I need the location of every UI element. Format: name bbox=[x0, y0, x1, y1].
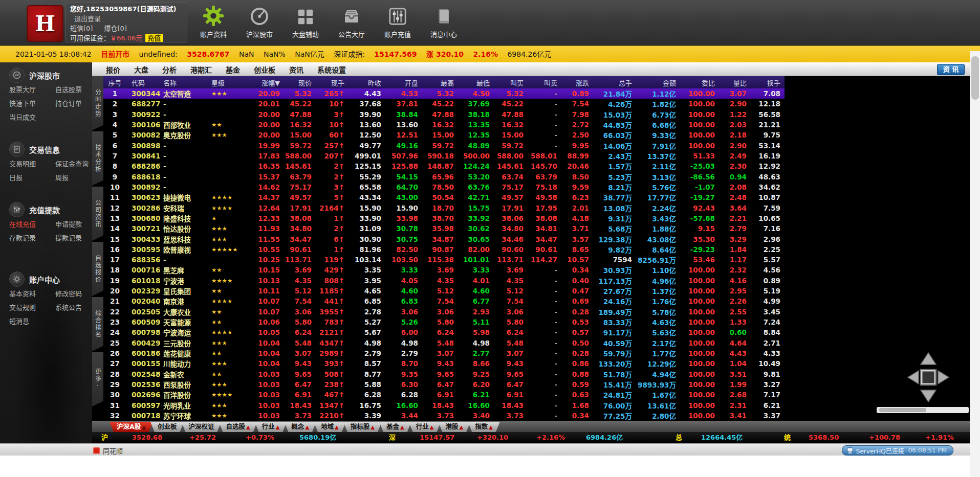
table-row[interactable]: 24600798宁波海运★★★★10.056.242121↑5.676.006.… bbox=[103, 327, 785, 337]
table-row[interactable]: 5300082奥克股份★★★20.0015.0060↑12.5012.5115.… bbox=[103, 130, 785, 140]
table-row[interactable]: 19601018宁波港★★★★10.134.35808↑3.954.054.35… bbox=[103, 276, 785, 286]
sidebar-item-自选股票[interactable]: 自选股票 bbox=[46, 83, 92, 97]
menu-item-大盘[interactable]: 大盘 bbox=[134, 64, 148, 75]
table-row[interactable]: 21002040南京港★★★★10.077.54441↑6.856.837.54… bbox=[103, 296, 785, 306]
column-header-现价[interactable]: 现价 bbox=[284, 78, 316, 87]
table-row[interactable]: 29002536西泵股份★★★10.036.47238↑5.886.306.47… bbox=[103, 379, 785, 390]
market-button[interactable]: 沪深股市 bbox=[236, 4, 282, 39]
sidebar-item-基本资料[interactable]: 基本资料 bbox=[0, 287, 46, 301]
table-row[interactable]: 2688277-20.0145.2210↑37.6837.8145.2237.6… bbox=[103, 99, 785, 109]
announcement-button[interactable]: 公告大厅 bbox=[329, 4, 375, 39]
sms-counter[interactable]: 短信[0] bbox=[70, 25, 93, 32]
sidebar-item-交易规则[interactable]: 交易规则 bbox=[0, 301, 46, 314]
bottom-tab-港股[interactable]: 港股▲ bbox=[438, 422, 470, 432]
bottom-tab-行业[interactable]: 行业▲ bbox=[409, 422, 441, 432]
table-row[interactable]: 9688618-15.3763.792↑55.2954.1565.9653.20… bbox=[103, 172, 785, 182]
bottom-tab-沪深权证[interactable]: 沪深权证 bbox=[181, 422, 221, 432]
vertical-tab-公司资讯[interactable]: 公司资讯 bbox=[92, 187, 103, 241]
sidebar-item-短消息[interactable]: 短消息 bbox=[0, 314, 46, 328]
table-row[interactable]: 16300595欧普康视★★★★★10.5590.611↑81.9682.509… bbox=[103, 244, 785, 255]
market-assist-button[interactable]: 大盘辅助 bbox=[282, 4, 329, 39]
sidebar-item-交易明细[interactable]: 交易明细 bbox=[0, 157, 46, 171]
column-header-量比[interactable]: 量比 bbox=[719, 78, 751, 87]
table-row[interactable]: 30002696百洋股份★★★★10.036.91467↑6.286.286.9… bbox=[103, 390, 785, 400]
vertical-scrollbar[interactable] bbox=[970, 51, 980, 477]
sidebar-item-保证金查询[interactable]: 保证金查询 bbox=[46, 157, 92, 171]
column-header-金额[interactable]: 金额 bbox=[636, 78, 680, 87]
vertical-scrollbar-thumb[interactable] bbox=[971, 56, 979, 100]
column-header-序号[interactable]: 序号 bbox=[103, 78, 126, 87]
horizontal-scrollbar-thumb[interactable] bbox=[879, 408, 926, 412]
bottom-tab-自选股[interactable]: 自选股▲ bbox=[219, 422, 257, 432]
sidebar-item-持仓订单[interactable]: 持仓订单 bbox=[46, 97, 92, 110]
table-row[interactable]: 22002505大康农业★★10.073.063955↑2.783.063.06… bbox=[103, 307, 785, 317]
column-header-星级[interactable]: 星级 bbox=[209, 78, 253, 87]
menu-item-创业板[interactable]: 创业板 bbox=[254, 64, 275, 75]
sidebar-item-股票大厅[interactable]: 股票大厅 bbox=[0, 83, 46, 97]
table-row[interactable]: 23600509天富能源★★10.065.80783↑5.275.265.805… bbox=[103, 317, 785, 327]
table-row[interactable]: 25600429三元股份★★★10.045.484347↑4.984.985.4… bbox=[103, 338, 785, 348]
table-row[interactable]: 20002329皇氏集团★★10.115.121185↑4.654.605.12… bbox=[103, 286, 785, 296]
column-header-最低[interactable]: 最低 bbox=[458, 78, 494, 87]
table-row[interactable]: 27000155川能动力★★★10.049.43393↑8.578.709.43… bbox=[103, 358, 785, 369]
bottom-tab-创业板[interactable]: 创业板 bbox=[150, 422, 184, 432]
bottom-tab-基金[interactable]: 基金▲ bbox=[379, 422, 411, 432]
column-header-总手[interactable]: 总手 bbox=[593, 78, 636, 87]
menu-item-报价[interactable]: 报价 bbox=[106, 64, 120, 75]
table-row[interactable]: 31600597光明乳业★★★10.0318.431347↑16.7516.60… bbox=[103, 400, 785, 410]
table-row[interactable]: 1300344太空智造★★★20.095.32265↑4.434.535.324… bbox=[103, 88, 785, 99]
news-button[interactable]: 资 讯 bbox=[937, 64, 965, 75]
column-header-昨收[interactable]: 昨收 bbox=[349, 78, 385, 87]
table-row[interactable]: 6300898-19.9959.72257↑49.7749.1659.7248.… bbox=[103, 141, 785, 151]
menu-item-港期汇[interactable]: 港期汇 bbox=[190, 64, 212, 75]
vertical-tab-更多·[interactable]: 更多· bbox=[92, 352, 103, 406]
account-recharge-button[interactable]: 账户充值 bbox=[375, 4, 421, 39]
table-row[interactable]: 18000716黑芝麻★★10.153.69429↑3.353.333.693.… bbox=[103, 265, 785, 275]
table-row[interactable]: 12300286安科瑞★★★★12.6417.912164↑15.9015.90… bbox=[103, 202, 785, 213]
column-header-换手[interactable]: 换手 bbox=[751, 78, 785, 87]
column-header-委比[interactable]: 委比 bbox=[680, 78, 719, 87]
vertical-tab-自选报价[interactable]: 自选报价 bbox=[92, 242, 103, 296]
column-header-涨跌[interactable]: 涨跌 bbox=[561, 78, 593, 87]
table-row[interactable]: 8688286-16.35145.612↑125.15125.88148.871… bbox=[103, 161, 785, 171]
navigation-pad[interactable] bbox=[905, 351, 952, 404]
column-header-涨幅▼[interactable]: 涨幅▼ bbox=[253, 78, 284, 87]
table-row[interactable]: 7300841-17.83588.00207↑499.01507.96590.1… bbox=[103, 151, 785, 161]
sidebar-item-提款记录[interactable]: 提款记录 bbox=[46, 231, 92, 245]
table-row[interactable]: 17688356-10.25113.71119↑103.14103.50115.… bbox=[103, 255, 785, 265]
bottom-tab-地域[interactable]: 地域▲ bbox=[314, 422, 346, 432]
sidebar-item-系统公告[interactable]: 系统公告 bbox=[46, 301, 92, 314]
sidebar-item-申请提款[interactable]: 申请提款 bbox=[46, 217, 92, 231]
account-profile-button[interactable]: 账户资料 bbox=[190, 4, 236, 39]
vertical-tab-综合排名[interactable]: 综合排名 bbox=[92, 297, 103, 351]
sidebar-item-周报[interactable]: 周报 bbox=[46, 171, 92, 185]
table-row[interactable]: 15300433蓝思科技★★★11.5534.476↑30.9030.7534.… bbox=[103, 234, 785, 244]
horizontal-scrollbar[interactable] bbox=[877, 407, 969, 413]
sidebar-item-在线充值[interactable]: 在线充值 bbox=[0, 217, 46, 231]
menu-item-基金[interactable]: 基金 bbox=[226, 64, 240, 75]
column-header-代码[interactable]: 代码 bbox=[126, 78, 162, 87]
table-row[interactable]: 14300721怡达股份★★★11.9334.802↑31.0930.7835.… bbox=[103, 223, 785, 234]
sidebar-item-日报[interactable]: 日报 bbox=[0, 171, 46, 185]
logout-link[interactable]: 退出登录 bbox=[74, 15, 101, 22]
vertical-tab-分时走势[interactable]: 分时走势 bbox=[92, 76, 103, 130]
bottom-tab-指数[interactable]: 指数▲ bbox=[468, 422, 500, 432]
table-row[interactable]: 4300106西部牧业★★20.0016.3210↑13.6013.6016.3… bbox=[103, 120, 785, 130]
table-row[interactable]: 3300922-20.0047.883↑39.9038.8447.8838.18… bbox=[103, 109, 785, 120]
sidebar-item-当日成交[interactable]: 当日成交 bbox=[0, 110, 46, 124]
menu-item-分析[interactable]: 分析 bbox=[162, 64, 177, 75]
bottom-tab-指标股[interactable]: 指标股▲ bbox=[343, 422, 382, 432]
message-center-button[interactable]: 消息中心 bbox=[421, 4, 467, 39]
sidebar-item-存款记录[interactable]: 存款记录 bbox=[0, 231, 46, 245]
table-row[interactable]: 13300680隆盛科技★12.3338.081↑33.9033.9838.70… bbox=[103, 213, 785, 223]
column-header-叫买[interactable]: 叫买 bbox=[494, 78, 528, 87]
column-header-现手[interactable]: 现手 bbox=[316, 78, 349, 87]
bottom-tab-沪深A股[interactable]: 沪深A股▲ bbox=[110, 422, 153, 432]
table-row[interactable]: 11300623捷捷微电★★★★14.3749.575↑43.3443.0050… bbox=[103, 192, 785, 202]
bottom-tab-概念[interactable]: 概念▲ bbox=[284, 422, 316, 432]
vertical-tab-技术分析[interactable]: 技术分析 bbox=[92, 131, 103, 186]
column-header-名称[interactable]: 名称 bbox=[162, 78, 209, 87]
column-header-开盘[interactable]: 开盘 bbox=[385, 78, 422, 87]
burst-counter[interactable]: 爆仓[0] bbox=[104, 25, 126, 32]
sidebar-item-快速下单[interactable]: 快速下单 bbox=[0, 97, 46, 110]
